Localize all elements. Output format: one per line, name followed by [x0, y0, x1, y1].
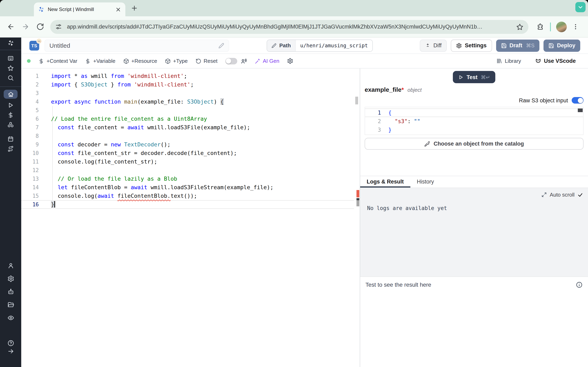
line-number: 15 — [21, 192, 39, 200]
sidebar-expand-icon[interactable] — [7, 348, 14, 355]
code-line[interactable]: 2 "s3": "" — [365, 117, 583, 125]
code-line[interactable]: 3} — [365, 125, 583, 134]
edit-title-icon[interactable] — [218, 43, 224, 48]
ai-gen-button[interactable]: AI Gen — [255, 58, 279, 64]
choose-object-button[interactable]: Choose an object from the catalog — [365, 138, 584, 150]
sidebar-divider — [0, 50, 21, 50]
sidebar-item-resources[interactable] — [7, 122, 14, 128]
toggle-knob — [578, 98, 583, 103]
code-line[interactable]: 10 const file_content_str = decoder.deco… — [21, 149, 354, 157]
new-tab-button[interactable] — [130, 4, 139, 13]
sidebar-item-flows[interactable] — [7, 146, 14, 152]
line-number: 9 — [21, 140, 39, 149]
extensions-icon[interactable] — [536, 23, 544, 30]
code-line[interactable]: 8 — [21, 132, 354, 140]
code-line[interactable]: 9 const decoder = new TextDecoder(); — [21, 140, 354, 149]
deploy-button[interactable]: Deploy — [544, 39, 580, 52]
raw-s3-toggle[interactable] — [572, 97, 584, 104]
code-line[interactable]: 15 console.log(await fileContentBlob.tex… — [21, 192, 354, 200]
code-line[interactable]: 5 — [21, 106, 354, 115]
bookmark-star-icon[interactable] — [516, 23, 523, 30]
reset-button[interactable]: Reset — [195, 58, 217, 64]
auto-scroll-control[interactable]: Auto scroll — [542, 192, 583, 198]
add-type-button[interactable]: +Type — [165, 58, 188, 64]
windmill-logo[interactable] — [7, 40, 14, 47]
required-asterisk: * — [401, 86, 404, 93]
code-line[interactable]: 3 — [21, 89, 354, 98]
back-button-icon[interactable] — [7, 23, 15, 31]
code-line[interactable]: 4export async function main(example_file… — [21, 98, 354, 106]
code-line[interactable]: 14 let fileContentBlob = await wmill.loa… — [21, 183, 354, 192]
forward-button-icon[interactable] — [22, 23, 29, 31]
code-line[interactable]: 11 console.log(file_content_str); — [21, 157, 354, 166]
profile-avatar[interactable] — [556, 21, 567, 32]
add-context-var-button[interactable]: +Context Var — [38, 58, 77, 64]
code-line[interactable]: 6// Load the entire file_content as a Ui… — [21, 115, 354, 123]
edit-path-icon — [272, 43, 277, 48]
sidebar-item-search[interactable] — [7, 75, 14, 81]
multiplayer-toggle[interactable] — [225, 58, 237, 64]
line-number: 2 — [21, 80, 39, 89]
code-line[interactable]: 1import * as wmill from 'windmill-client… — [21, 72, 354, 80]
diff-icon — [425, 43, 431, 48]
argument-type: object — [407, 87, 422, 93]
site-settings-icon[interactable] — [55, 23, 62, 30]
editor-settings-gear-icon[interactable] — [287, 58, 293, 64]
tab-search-button[interactable] — [575, 2, 586, 12]
browser-tab[interactable]: New Script | Windmill — [34, 2, 125, 16]
draft-button[interactable]: Draft ⌘S — [496, 39, 539, 52]
app-sidebar — [0, 38, 21, 367]
editor-scrollbar-thumb[interactable] — [356, 200, 359, 206]
bun-runtime-icon — [36, 38, 42, 44]
sidebar-item-audit-logs[interactable] — [7, 314, 14, 321]
sidebar-item-favorites[interactable] — [7, 65, 14, 71]
address-bar[interactable]: app.windmill.dev/scripts/add#JTdCJTIyaGF… — [50, 20, 528, 34]
info-icon[interactable] — [576, 281, 583, 288]
sidebar-item-runs[interactable] — [7, 102, 14, 108]
test-button[interactable]: Test ⌘↵ — [453, 71, 495, 83]
sidebar-item-folders[interactable] — [7, 301, 14, 308]
tab-history[interactable]: History — [410, 176, 441, 188]
sidebar-item-variables[interactable] — [7, 112, 14, 118]
args-json-editor[interactable]: 1{2 "s3": ""3} — [365, 107, 584, 135]
code-line[interactable]: 13 // Or load the file lazily as a Blob — [21, 175, 354, 183]
add-variable-button[interactable]: +Variable — [85, 58, 116, 64]
dollar-icon — [38, 58, 44, 64]
save-icon — [501, 43, 507, 48]
code-line[interactable]: 12 — [21, 166, 354, 175]
sidebar-item-users[interactable] — [7, 262, 14, 269]
sidebar-item-schedules[interactable] — [7, 136, 14, 142]
settings-button[interactable]: Settings — [451, 39, 492, 52]
json-editor-minimap — [578, 108, 583, 112]
tab-logs-result[interactable]: Logs & Result — [360, 176, 410, 188]
editor-scrollbar-thumb[interactable] — [355, 97, 358, 104]
text-cursor — [54, 201, 55, 208]
sidebar-item-help[interactable] — [7, 340, 14, 347]
add-resource-button[interactable]: +Resource — [123, 58, 157, 64]
code-line[interactable]: 16} — [21, 200, 354, 209]
code-line[interactable]: 7 const file_content = await wmill.loadS… — [21, 123, 354, 132]
sidebar-item-settings[interactable] — [7, 275, 14, 282]
path-widget[interactable]: Path u/henri/amusing_script — [267, 39, 373, 52]
chevron-down-icon — [577, 4, 584, 10]
language-badge-typescript[interactable]: TS — [29, 41, 39, 50]
line-number: 3 — [21, 89, 39, 98]
windmill-app: TS Untitled Path u/henri/amusing_script … — [0, 38, 588, 367]
expand-icon[interactable] — [542, 192, 547, 197]
use-vscode-button[interactable]: Use VScode — [535, 58, 576, 64]
code-line[interactable]: 2import { S3Object } from 'windmill-clie… — [21, 80, 354, 89]
code-line[interactable]: 1{ — [365, 108, 583, 117]
sidebar-item-home[interactable] — [4, 90, 17, 99]
sidebar-item-workers[interactable] — [7, 288, 14, 295]
library-button[interactable]: Library — [496, 58, 521, 64]
sidebar-item-workspace[interactable] — [7, 55, 14, 62]
browser-tab-strip: New Script | Windmill — [0, 0, 588, 16]
multiplayer-group — [225, 58, 247, 64]
result-panel: Test to see the result here — [360, 276, 588, 367]
close-tab-icon[interactable] — [115, 6, 121, 12]
code-editor[interactable]: 1import * as wmill from 'windmill-client… — [21, 68, 360, 367]
script-title-input[interactable]: Untitled — [44, 39, 229, 52]
browser-menu-icon[interactable] — [572, 23, 579, 30]
reload-button-icon[interactable] — [36, 23, 44, 31]
diff-button[interactable]: Diff — [420, 39, 447, 52]
